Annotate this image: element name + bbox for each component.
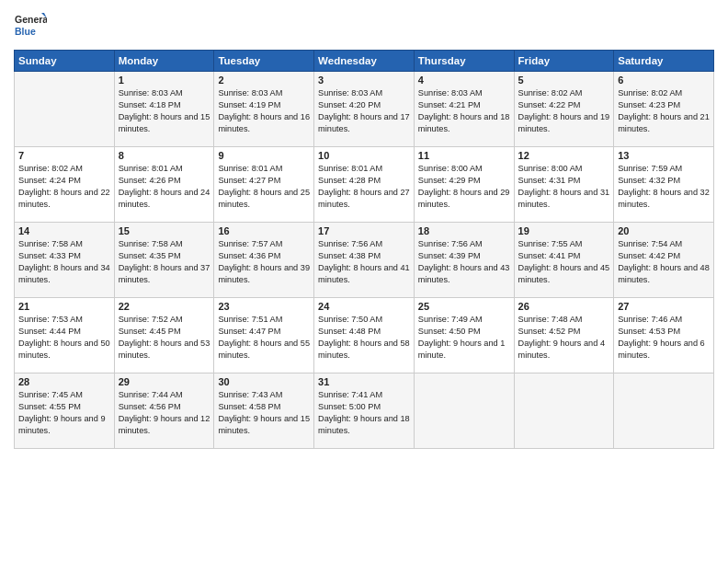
day-number: 14 xyxy=(18,225,110,236)
cell-info: Sunrise: 8:02 AMSunset: 4:23 PMDaylight:… xyxy=(618,87,710,135)
calendar-cell: 7Sunrise: 8:02 AMSunset: 4:24 PMDaylight… xyxy=(15,147,115,223)
calendar-cell: 29Sunrise: 7:44 AMSunset: 4:56 PMDayligh… xyxy=(114,373,214,449)
header-cell-monday: Monday xyxy=(114,51,214,72)
calendar-cell xyxy=(15,72,115,147)
week-row-2: 7Sunrise: 8:02 AMSunset: 4:24 PMDaylight… xyxy=(15,147,714,223)
cell-info: Sunrise: 7:41 AMSunset: 5:00 PMDaylight:… xyxy=(318,389,410,437)
cell-info: Sunrise: 7:58 AMSunset: 4:35 PMDaylight:… xyxy=(119,238,210,286)
calendar-cell xyxy=(514,373,614,449)
day-number: 31 xyxy=(318,376,410,387)
calendar-cell: 3Sunrise: 8:03 AMSunset: 4:20 PMDaylight… xyxy=(314,72,415,147)
day-number: 4 xyxy=(418,75,510,86)
cell-info: Sunrise: 8:03 AMSunset: 4:21 PMDaylight:… xyxy=(418,87,510,135)
week-row-3: 14Sunrise: 7:58 AMSunset: 4:33 PMDayligh… xyxy=(15,223,714,298)
calendar-cell: 2Sunrise: 8:03 AMSunset: 4:19 PMDaylight… xyxy=(214,72,314,147)
cell-info: Sunrise: 7:53 AMSunset: 4:44 PMDaylight:… xyxy=(18,314,110,362)
calendar-header-row: SundayMondayTuesdayWednesdayThursdayFrid… xyxy=(15,51,714,72)
logo-svg: General Blue xyxy=(14,9,47,42)
cell-info: Sunrise: 7:59 AMSunset: 4:32 PMDaylight:… xyxy=(618,163,710,211)
day-number: 18 xyxy=(418,225,510,236)
calendar-cell: 8Sunrise: 8:01 AMSunset: 4:26 PMDaylight… xyxy=(114,147,214,223)
cell-info: Sunrise: 8:00 AMSunset: 4:29 PMDaylight:… xyxy=(418,163,510,211)
day-number: 8 xyxy=(119,150,210,161)
day-number: 30 xyxy=(218,376,310,387)
logo: General Blue xyxy=(14,9,47,42)
cell-info: Sunrise: 7:50 AMSunset: 4:48 PMDaylight:… xyxy=(318,314,410,362)
cell-info: Sunrise: 8:02 AMSunset: 4:22 PMDaylight:… xyxy=(518,87,610,135)
day-number: 29 xyxy=(119,376,210,387)
calendar-cell: 28Sunrise: 7:45 AMSunset: 4:55 PMDayligh… xyxy=(15,373,115,449)
calendar-cell: 27Sunrise: 7:46 AMSunset: 4:53 PMDayligh… xyxy=(614,298,714,373)
day-number: 21 xyxy=(18,301,110,312)
header: General Blue xyxy=(14,9,714,42)
cell-info: Sunrise: 7:46 AMSunset: 4:53 PMDaylight:… xyxy=(618,314,710,362)
header-cell-sunday: Sunday xyxy=(15,51,115,72)
calendar-cell: 23Sunrise: 7:51 AMSunset: 4:47 PMDayligh… xyxy=(214,298,314,373)
calendar-cell: 26Sunrise: 7:48 AMSunset: 4:52 PMDayligh… xyxy=(514,298,614,373)
day-number: 9 xyxy=(218,150,310,161)
day-number: 25 xyxy=(418,301,510,312)
cell-info: Sunrise: 7:43 AMSunset: 4:58 PMDaylight:… xyxy=(218,389,310,437)
calendar-cell: 21Sunrise: 7:53 AMSunset: 4:44 PMDayligh… xyxy=(15,298,115,373)
calendar-cell: 15Sunrise: 7:58 AMSunset: 4:35 PMDayligh… xyxy=(114,223,214,298)
day-number: 10 xyxy=(318,150,410,161)
header-cell-saturday: Saturday xyxy=(614,51,714,72)
day-number: 22 xyxy=(119,301,210,312)
cell-info: Sunrise: 7:45 AMSunset: 4:55 PMDaylight:… xyxy=(18,389,110,437)
calendar-cell: 14Sunrise: 7:58 AMSunset: 4:33 PMDayligh… xyxy=(15,223,115,298)
cell-info: Sunrise: 8:02 AMSunset: 4:24 PMDaylight:… xyxy=(18,163,110,211)
day-number: 27 xyxy=(618,301,710,312)
header-cell-tuesday: Tuesday xyxy=(214,51,314,72)
day-number: 11 xyxy=(418,150,510,161)
calendar-cell: 5Sunrise: 8:02 AMSunset: 4:22 PMDaylight… xyxy=(514,72,614,147)
day-number: 15 xyxy=(119,225,210,236)
day-number: 5 xyxy=(518,75,610,86)
day-number: 17 xyxy=(318,225,410,236)
calendar-body: 1Sunrise: 8:03 AMSunset: 4:18 PMDaylight… xyxy=(15,72,714,449)
day-number: 24 xyxy=(318,301,410,312)
week-row-5: 28Sunrise: 7:45 AMSunset: 4:55 PMDayligh… xyxy=(15,373,714,449)
cell-info: Sunrise: 7:44 AMSunset: 4:56 PMDaylight:… xyxy=(119,389,210,437)
cell-info: Sunrise: 8:00 AMSunset: 4:31 PMDaylight:… xyxy=(518,163,610,211)
calendar-cell: 24Sunrise: 7:50 AMSunset: 4:48 PMDayligh… xyxy=(314,298,415,373)
day-number: 7 xyxy=(18,150,110,161)
calendar-cell: 20Sunrise: 7:54 AMSunset: 4:42 PMDayligh… xyxy=(614,223,714,298)
cell-info: Sunrise: 7:55 AMSunset: 4:41 PMDaylight:… xyxy=(518,238,610,286)
day-number: 26 xyxy=(518,301,610,312)
day-number: 2 xyxy=(218,75,310,86)
calendar-cell: 9Sunrise: 8:01 AMSunset: 4:27 PMDaylight… xyxy=(214,147,314,223)
day-number: 1 xyxy=(119,75,210,86)
cell-info: Sunrise: 8:03 AMSunset: 4:18 PMDaylight:… xyxy=(119,87,210,135)
day-number: 20 xyxy=(618,225,710,236)
svg-text:Blue: Blue xyxy=(15,26,36,37)
day-number: 13 xyxy=(618,150,710,161)
svg-text:General: General xyxy=(15,14,47,25)
calendar-cell: 31Sunrise: 7:41 AMSunset: 5:00 PMDayligh… xyxy=(314,373,415,449)
cell-info: Sunrise: 8:03 AMSunset: 4:20 PMDaylight:… xyxy=(318,87,410,135)
calendar-cell: 1Sunrise: 8:03 AMSunset: 4:18 PMDaylight… xyxy=(114,72,214,147)
cell-info: Sunrise: 8:03 AMSunset: 4:19 PMDaylight:… xyxy=(218,87,310,135)
cell-info: Sunrise: 8:01 AMSunset: 4:28 PMDaylight:… xyxy=(318,163,410,211)
calendar-table: SundayMondayTuesdayWednesdayThursdayFrid… xyxy=(14,50,714,449)
calendar-cell: 16Sunrise: 7:57 AMSunset: 4:36 PMDayligh… xyxy=(214,223,314,298)
calendar-cell xyxy=(414,373,514,449)
calendar-cell: 10Sunrise: 8:01 AMSunset: 4:28 PMDayligh… xyxy=(314,147,415,223)
calendar-cell: 12Sunrise: 8:00 AMSunset: 4:31 PMDayligh… xyxy=(514,147,614,223)
cell-info: Sunrise: 7:57 AMSunset: 4:36 PMDaylight:… xyxy=(218,238,310,286)
page-container: General Blue SundayMondayTuesdayWednesda… xyxy=(0,0,728,458)
calendar-cell: 25Sunrise: 7:49 AMSunset: 4:50 PMDayligh… xyxy=(414,298,514,373)
cell-info: Sunrise: 8:01 AMSunset: 4:27 PMDaylight:… xyxy=(218,163,310,211)
day-number: 28 xyxy=(18,376,110,387)
calendar-cell: 4Sunrise: 8:03 AMSunset: 4:21 PMDaylight… xyxy=(414,72,514,147)
header-cell-friday: Friday xyxy=(514,51,614,72)
cell-info: Sunrise: 7:56 AMSunset: 4:39 PMDaylight:… xyxy=(418,238,510,286)
calendar-cell: 11Sunrise: 8:00 AMSunset: 4:29 PMDayligh… xyxy=(414,147,514,223)
calendar-cell: 30Sunrise: 7:43 AMSunset: 4:58 PMDayligh… xyxy=(214,373,314,449)
header-cell-wednesday: Wednesday xyxy=(314,51,415,72)
cell-info: Sunrise: 8:01 AMSunset: 4:26 PMDaylight:… xyxy=(119,163,210,211)
cell-info: Sunrise: 7:58 AMSunset: 4:33 PMDaylight:… xyxy=(18,238,110,286)
calendar-cell: 22Sunrise: 7:52 AMSunset: 4:45 PMDayligh… xyxy=(114,298,214,373)
cell-info: Sunrise: 7:56 AMSunset: 4:38 PMDaylight:… xyxy=(318,238,410,286)
calendar-cell: 6Sunrise: 8:02 AMSunset: 4:23 PMDaylight… xyxy=(614,72,714,147)
day-number: 23 xyxy=(218,301,310,312)
